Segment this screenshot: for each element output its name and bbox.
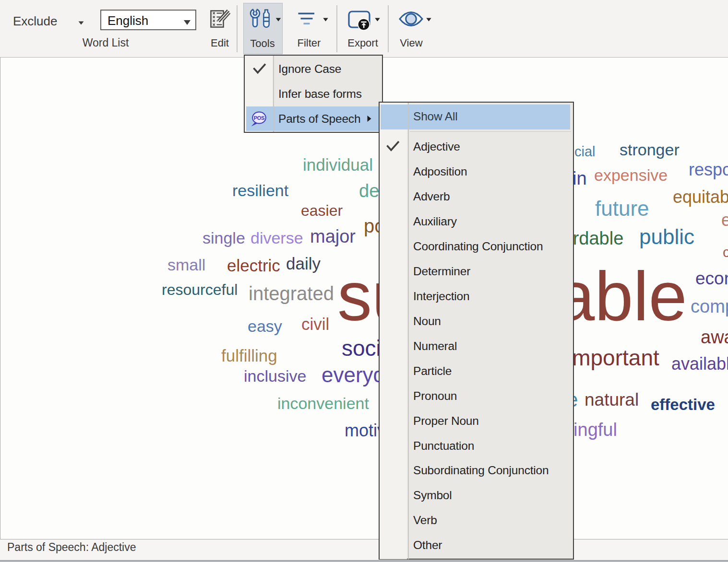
svg-text:expensive: expensive [594,166,668,184]
svg-text:resilient: resilient [232,181,289,199]
svg-text:economic: economic [695,269,728,288]
svg-text:individual: individual [303,155,373,174]
svg-text:easier: easier [301,202,343,219]
svg-text:responsible: responsible [689,160,728,179]
svg-text:public: public [639,225,694,248]
svg-text:cial: cial [574,144,596,159]
svg-text:integrated: integrated [249,283,334,304]
svg-text:resourceful: resourceful [162,281,238,298]
svg-text:small: small [167,256,205,274]
svg-text:complete: complete [691,296,728,316]
svg-text:available: available [671,354,728,374]
svg-text:c: c [723,244,728,260]
svg-text:future: future [595,197,649,220]
svg-text:important: important [567,345,659,370]
svg-text:fulfilling: fulfilling [221,346,277,365]
svg-text:inclusive: inclusive [244,367,306,385]
svg-text:equitable: equitable [673,187,728,207]
svg-text:aware: aware [701,327,728,347]
svg-text:easy: easy [248,317,282,335]
svg-text:stronger: stronger [620,140,680,159]
svg-text:single: single [203,229,245,247]
svg-text:inconvenient: inconvenient [277,394,369,412]
svg-text:diverse: diverse [251,229,303,247]
svg-text:civil: civil [301,315,329,333]
svg-text:e: e [721,210,728,230]
svg-text:effective: effective [651,396,715,413]
svg-text:daily: daily [286,254,321,273]
svg-text:in: in [573,168,587,188]
svg-text:major: major [310,226,356,246]
svg-text:electric: electric [227,256,280,275]
svg-text:natural: natural [585,390,639,410]
